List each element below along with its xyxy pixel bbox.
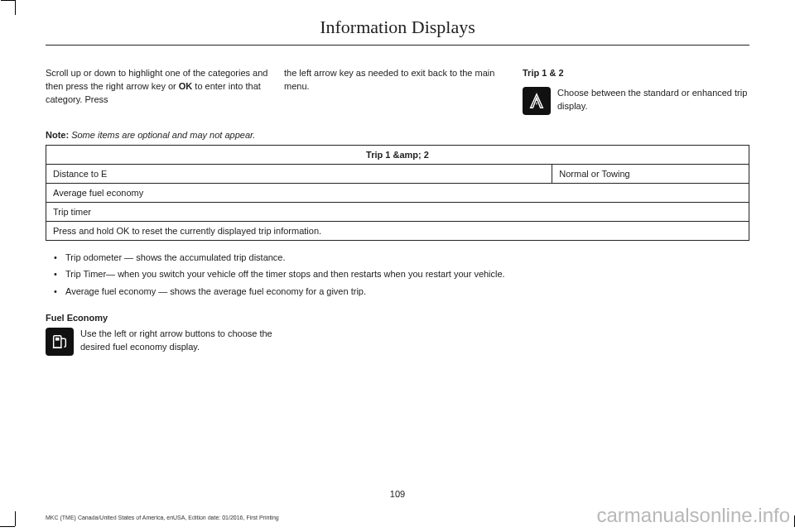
table-cell: Distance to E: [46, 164, 552, 183]
trip-icon: [523, 87, 551, 115]
intro-col-3: Trip 1 & 2 Choose between the standard o…: [523, 67, 749, 115]
bullet-text: Average fuel economy — shows the average…: [65, 285, 366, 299]
note-text: Some items are optional and may not appe…: [69, 130, 255, 140]
fuel-heading: Fuel Economy: [46, 313, 749, 323]
trip-table: Trip 1 &amp; 2 Distance to E Normal or T…: [46, 145, 749, 241]
bullet-dot: •: [46, 285, 65, 299]
bullet-text: Trip odometer — shows the accumulated tr…: [65, 251, 286, 265]
table-cell: Press and hold OK to reset the currently…: [46, 221, 749, 240]
fuel-block: Use the left or right arrow buttons to c…: [46, 328, 277, 356]
fuel-text: Use the left or right arrow buttons to c…: [80, 328, 277, 356]
list-item: •Average fuel economy — shows the averag…: [46, 285, 749, 299]
fuel-icon-box: [46, 328, 74, 356]
bullet-dot: •: [46, 251, 65, 265]
bullet-list: •Trip odometer — shows the accumulated t…: [46, 251, 749, 299]
table-row: Trip timer: [46, 202, 749, 221]
crop-mark-top-left: [15, 0, 30, 15]
bullet-dot: •: [46, 267, 65, 281]
fuel-pump-icon: [51, 333, 69, 351]
svg-rect-2: [54, 336, 61, 348]
page-title: Information Displays: [46, 17, 749, 46]
table-cell: Normal or Towing: [552, 164, 749, 183]
table-row: Press and hold OK to reset the currently…: [46, 221, 749, 240]
note-label: Note:: [46, 130, 69, 140]
intro-text-ok: OK: [179, 81, 193, 91]
intro-col-1: Scroll up or down to highlight one of th…: [46, 67, 272, 115]
intro-col-2: the left arrow key as needed to exit bac…: [284, 67, 511, 115]
imprint-text: MKC (TME) Canada/United States of Americ…: [46, 515, 279, 520]
watermark: carmanualsonline.info: [597, 504, 790, 527]
intro-text-2: the left arrow key as needed to exit bac…: [284, 67, 511, 93]
intro-columns: Scroll up or down to highlight one of th…: [46, 67, 749, 115]
table-header: Trip 1 &amp; 2: [46, 145, 749, 164]
table-cell: Trip timer: [46, 202, 749, 221]
bullet-text: Trip Timer— when you switch your vehicle…: [65, 267, 505, 281]
table-row: Average fuel economy: [46, 183, 749, 202]
crop-mark-bottom-left: [0, 512, 15, 527]
manual-page: Information Displays Scroll up or down t…: [0, 0, 795, 356]
table-row: Distance to E Normal or Towing: [46, 164, 749, 183]
list-item: •Trip odometer — shows the accumulated t…: [46, 251, 749, 265]
list-item: •Trip Timer— when you switch your vehicl…: [46, 267, 749, 281]
note-line: Note: Some items are optional and may no…: [46, 130, 749, 140]
page-number: 109: [0, 489, 795, 499]
trip-text: Choose between the standard or enhanced …: [557, 87, 749, 113]
trip-heading: Trip 1 & 2: [523, 67, 749, 80]
svg-rect-3: [55, 338, 60, 341]
road-icon: [528, 92, 546, 110]
table-cell: Average fuel economy: [46, 183, 749, 202]
